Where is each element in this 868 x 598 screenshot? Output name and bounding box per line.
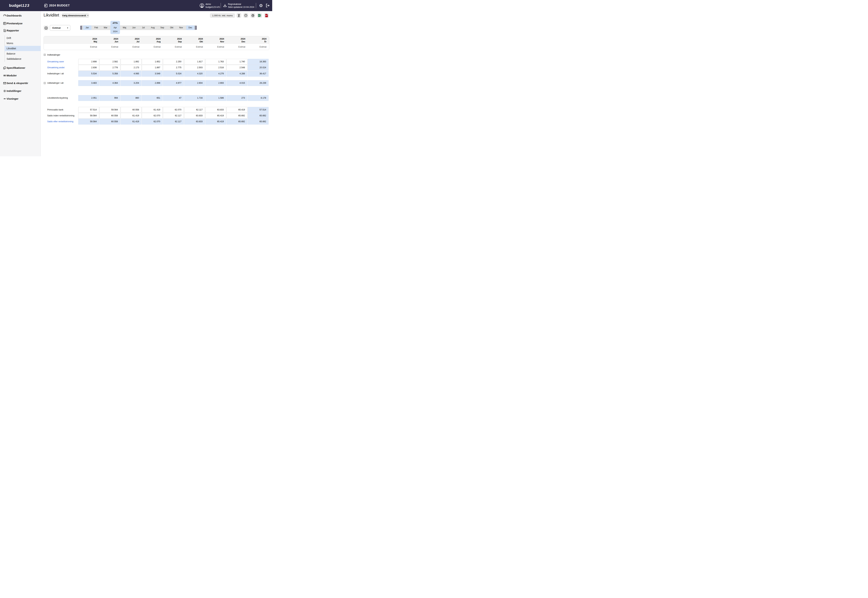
- table-cell-total[interactable]: 3.549: [142, 71, 163, 76]
- table-cell-total[interactable]: 4.065: [121, 71, 142, 76]
- add-scenario-button[interactable]: [43, 25, 48, 30]
- table-cell[interactable]: 61.419: [121, 113, 142, 119]
- table-cell[interactable]: 61.419: [142, 107, 163, 113]
- table-cell-total[interactable]: 4.288: [227, 71, 247, 76]
- table-cell-total[interactable]: 651: [142, 95, 163, 101]
- table-cell[interactable]: 62.070: [142, 113, 163, 119]
- table-cell[interactable]: 65.692: [227, 113, 247, 119]
- ytd-marker[interactable]: ◂ÅTD▸ Apr 2024: [111, 21, 120, 34]
- table-cell[interactable]: 63.833: [184, 113, 205, 119]
- month-jul[interactable]: Jul: [139, 25, 148, 30]
- hide-zero-rows-button[interactable]: [236, 13, 241, 18]
- table-cell-total[interactable]: 5.358: [100, 71, 120, 76]
- print-button[interactable]: [250, 13, 255, 18]
- table-cell-total[interactable]: 2.693: [205, 80, 226, 86]
- table-cell[interactable]: 2.775: [163, 65, 184, 70]
- table-cell-total[interactable]: 1.716: [184, 95, 205, 101]
- table-cell-total[interactable]: 65.419: [205, 119, 226, 124]
- month-nov[interactable]: Nov: [176, 25, 186, 30]
- range-start-handle[interactable]: [81, 26, 82, 30]
- table-cell-total[interactable]: 61.419: [121, 119, 142, 124]
- table-cell-year-total[interactable]: 16.393: [248, 59, 269, 64]
- table-cell-total[interactable]: 273: [227, 95, 247, 101]
- table-cell[interactable]: 2.173: [121, 65, 142, 70]
- table-cell-year-total[interactable]: 8.178: [248, 95, 269, 101]
- table-cell[interactable]: 2.836: [78, 65, 99, 70]
- table-cell[interactable]: 57.514: [78, 107, 99, 113]
- logout-icon[interactable]: [266, 3, 270, 7]
- export-pdf-button[interactable]: PDF: [264, 13, 269, 18]
- table-cell-total[interactable]: 65.692: [227, 119, 247, 124]
- month-okt[interactable]: Okt: [167, 25, 176, 30]
- table-cell[interactable]: 60.558: [121, 107, 142, 113]
- expand-toggle[interactable]: +: [43, 82, 46, 84]
- month-sep[interactable]: Sep: [157, 25, 167, 30]
- table-cell[interactable]: 1.652: [142, 59, 163, 64]
- table-cell-total[interactable]: 47: [163, 95, 184, 101]
- table-cell[interactable]: 1.892: [121, 59, 142, 64]
- table-cell-total[interactable]: 1.586: [205, 95, 226, 101]
- table-cell[interactable]: 62.117: [184, 107, 205, 113]
- row-label-link[interactable]: Saldo efter rentetilskrivning: [47, 119, 73, 124]
- ytd-next-arrow[interactable]: ▸: [117, 22, 118, 24]
- sidebar-item-likviditet-active[interactable]: Likviditet: [0, 46, 41, 51]
- table-cell-total[interactable]: 2.604: [184, 80, 205, 86]
- table-cell[interactable]: 65.419: [205, 113, 226, 119]
- table-cell-total[interactable]: 4.015: [227, 80, 247, 86]
- table-cell-year-total[interactable]: 36.417: [248, 71, 269, 76]
- sidebar-item-drift[interactable]: Drift: [0, 36, 41, 40]
- dimension-select-button[interactable]: Vælg dimensionsværdi▼: [62, 13, 89, 18]
- sidebar-item-dashboards[interactable]: Dashboards: [0, 13, 41, 18]
- table-cell[interactable]: 1.897: [142, 65, 163, 70]
- table-cell[interactable]: 1.740: [227, 59, 247, 64]
- sidebar-item-moms[interactable]: Moms: [0, 40, 41, 46]
- download-icon[interactable]: [223, 4, 227, 7]
- month-aug[interactable]: Aug: [148, 25, 157, 30]
- table-cell[interactable]: 2.503: [184, 65, 205, 70]
- month-mar[interactable]: Mar: [101, 25, 110, 30]
- table-cell-year-total[interactable]: 65.692: [248, 113, 269, 119]
- table-cell-total[interactable]: 4.977: [163, 80, 184, 86]
- table-cell-total[interactable]: 5.024: [163, 71, 184, 76]
- settings-gear-icon[interactable]: ⚙: [259, 0, 263, 11]
- collapse-toggle[interactable]: −: [43, 54, 46, 56]
- help-button[interactable]: ?: [244, 13, 248, 18]
- sidebar-item-specifikationer[interactable]: Specifikationer: [0, 65, 41, 70]
- table-cell[interactable]: 62.117: [163, 113, 184, 119]
- sidebar-item-moduler[interactable]: Moduler: [0, 73, 41, 78]
- table-cell-total[interactable]: 62.117: [163, 119, 184, 124]
- table-cell[interactable]: 2.582: [100, 59, 120, 64]
- sidebar-item-visninger[interactable]: Visninger: [0, 96, 41, 102]
- table-cell-total[interactable]: 5.534: [78, 71, 99, 76]
- table-cell-total[interactable]: 3.204: [121, 80, 142, 86]
- month-jun[interactable]: Jun: [129, 25, 139, 30]
- month-dec[interactable]: Dec: [186, 25, 194, 30]
- sidebar-item-rapporter[interactable]: Rapporter: [0, 28, 41, 33]
- month-maj[interactable]: Maj: [120, 25, 129, 30]
- table-cell-year-total[interactable]: 20.024: [248, 65, 269, 70]
- table-cell-total[interactable]: 4.320: [184, 71, 205, 76]
- table-cell-total[interactable]: 60.558: [100, 119, 120, 124]
- row-label-link[interactable]: Omsætning varer: [47, 59, 64, 64]
- table-cell-year-total[interactable]: 57.514: [248, 107, 269, 113]
- table-cell[interactable]: 2.548: [227, 65, 247, 70]
- month-jan[interactable]: Jan: [83, 25, 91, 30]
- unit-button[interactable]: 1.000 Kr. inkl. moms: [210, 13, 235, 18]
- month-feb[interactable]: Feb: [91, 25, 101, 30]
- sidebar-item-pivotanalyse[interactable]: Pivotanalyse: [0, 21, 41, 26]
- table-cell[interactable]: 2.250: [163, 59, 184, 64]
- table-cell[interactable]: 59.564: [100, 107, 120, 113]
- export-excel-button[interactable]: X: [257, 13, 262, 18]
- range-end-handle[interactable]: [195, 26, 197, 30]
- table-cell-total[interactable]: 3.483: [78, 80, 99, 86]
- table-cell[interactable]: 59.564: [78, 113, 99, 119]
- table-cell-total[interactable]: 62.070: [142, 119, 163, 124]
- table-cell-total[interactable]: 59.564: [78, 119, 99, 124]
- month-apr[interactable]: Apr: [111, 25, 120, 30]
- table-cell[interactable]: 2.776: [100, 65, 120, 70]
- table-cell[interactable]: 1.817: [184, 59, 205, 64]
- table-cell[interactable]: 60.558: [100, 113, 120, 119]
- table-cell-total[interactable]: 2.051: [78, 95, 99, 101]
- table-cell[interactable]: 2.698: [78, 59, 99, 64]
- user-avatar-icon[interactable]: [200, 3, 204, 8]
